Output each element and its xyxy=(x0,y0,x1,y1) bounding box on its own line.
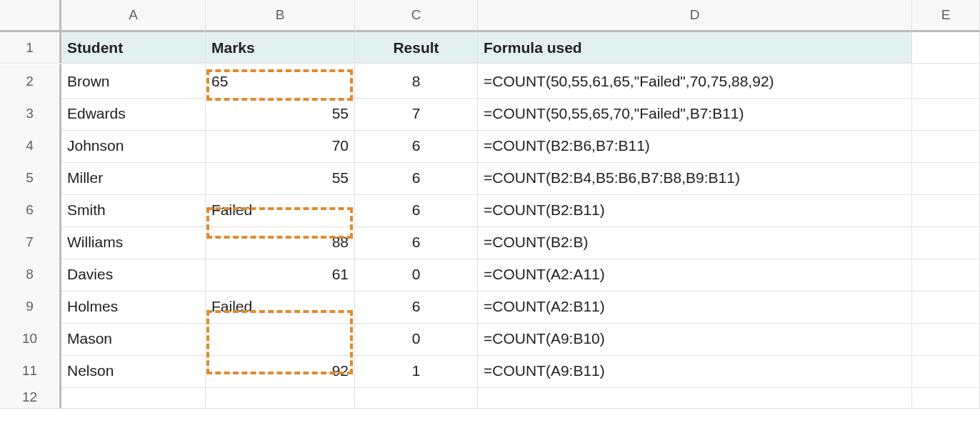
cell-E11[interactable] xyxy=(912,354,980,388)
cell-C4[interactable]: 6 xyxy=(355,129,478,163)
cell-D11[interactable]: =COUNT(A9:B11) xyxy=(478,354,912,388)
col-header-D[interactable]: D xyxy=(478,0,912,32)
cell-C7[interactable]: 6 xyxy=(355,225,478,259)
cell-A12[interactable] xyxy=(61,386,206,409)
cell-A8[interactable]: Davies xyxy=(61,257,206,292)
cell-B2[interactable]: 65 xyxy=(206,64,355,99)
row-header-8[interactable]: 8 xyxy=(0,257,61,292)
cell-C11[interactable]: 1 xyxy=(355,354,478,388)
cell-C5[interactable]: 6 xyxy=(355,161,478,195)
cell-E12[interactable] xyxy=(912,386,980,409)
cell-A7[interactable]: Williams xyxy=(61,225,206,259)
row-header-11[interactable]: 11 xyxy=(0,354,61,388)
cell-E5[interactable] xyxy=(912,161,980,195)
cell-E7[interactable] xyxy=(912,225,980,259)
row-header-2[interactable]: 2 xyxy=(0,64,61,99)
cell-C6[interactable]: 6 xyxy=(355,193,478,227)
cell-A2[interactable]: Brown xyxy=(61,64,206,99)
cell-B1[interactable]: Marks xyxy=(206,32,355,64)
cell-D2[interactable]: =COUNT(50,55,61,65,"Failed",70,75,88,92) xyxy=(478,64,912,99)
cell-B10[interactable] xyxy=(206,322,355,356)
cell-B6[interactable]: Failed xyxy=(206,193,355,227)
cell-B3[interactable]: 55 xyxy=(206,96,355,131)
cell-E9[interactable] xyxy=(912,289,980,324)
cell-D8[interactable]: =COUNT(A2:A11) xyxy=(478,257,912,292)
cell-B4[interactable]: 70 xyxy=(206,129,355,163)
cell-B7[interactable]: 88 xyxy=(206,225,355,259)
row-header-12[interactable]: 12 xyxy=(0,386,61,409)
cell-D3[interactable]: =COUNT(50,55,65,70,"Failed",B7:B11) xyxy=(478,96,912,131)
cell-E4[interactable] xyxy=(912,129,980,163)
cell-D4[interactable]: =COUNT(B2:B6,B7:B11) xyxy=(478,129,912,163)
cell-D7[interactable]: =COUNT(B2:B) xyxy=(478,225,912,259)
cell-B12[interactable] xyxy=(206,386,355,409)
cell-A11[interactable]: Nelson xyxy=(61,354,206,388)
cell-C1[interactable]: Result xyxy=(355,32,478,64)
cell-C8[interactable]: 0 xyxy=(355,257,478,292)
row-header-7[interactable]: 7 xyxy=(0,225,61,259)
cell-D9[interactable]: =COUNT(A2:B11) xyxy=(478,289,912,324)
row-header-3[interactable]: 3 xyxy=(0,96,61,131)
cell-B5[interactable]: 55 xyxy=(206,161,355,195)
cell-D6[interactable]: =COUNT(B2:B11) xyxy=(478,193,912,227)
cell-D1[interactable]: Formula used xyxy=(478,32,912,64)
col-header-A[interactable]: A xyxy=(61,0,206,32)
cell-C12[interactable] xyxy=(355,386,478,409)
cell-B11[interactable]: 92 xyxy=(206,354,355,388)
row-header-4[interactable]: 4 xyxy=(0,129,61,163)
cell-B8[interactable]: 61 xyxy=(206,257,355,292)
cell-C2[interactable]: 8 xyxy=(355,64,478,99)
row-header-9[interactable]: 9 xyxy=(0,289,61,324)
cell-A5[interactable]: Miller xyxy=(61,161,206,195)
cell-C9[interactable]: 6 xyxy=(355,289,478,324)
cell-B9[interactable]: Failed xyxy=(206,289,355,324)
col-header-C[interactable]: C xyxy=(355,0,478,32)
cell-E1[interactable] xyxy=(912,32,980,64)
row-header-6[interactable]: 6 xyxy=(0,193,61,227)
row-header-10[interactable]: 10 xyxy=(0,322,61,356)
cell-D5[interactable]: =COUNT(B2:B4,B5:B6,B7:B8,B9:B11) xyxy=(478,161,912,195)
cell-A1[interactable]: Student xyxy=(61,32,206,64)
cell-C3[interactable]: 7 xyxy=(355,96,478,131)
cell-A6[interactable]: Smith xyxy=(61,193,206,227)
cell-A9[interactable]: Holmes xyxy=(61,289,206,324)
cell-A3[interactable]: Edwards xyxy=(61,96,206,131)
cell-C10[interactable]: 0 xyxy=(355,322,478,356)
col-header-E[interactable]: E xyxy=(912,0,980,32)
cell-E8[interactable] xyxy=(912,257,980,292)
row-header-1[interactable]: 1 xyxy=(0,32,61,64)
cell-A4[interactable]: Johnson xyxy=(61,129,206,163)
cell-A10[interactable]: Mason xyxy=(61,322,206,356)
cell-D10[interactable]: =COUNT(A9:B10) xyxy=(478,322,912,356)
row-header-5[interactable]: 5 xyxy=(0,161,61,195)
cell-E10[interactable] xyxy=(912,322,980,356)
cell-E6[interactable] xyxy=(912,193,980,227)
col-header-B[interactable]: B xyxy=(206,0,355,32)
cell-D12[interactable] xyxy=(478,386,912,409)
spreadsheet-grid[interactable]: ABCDE1StudentMarksResultFormula used2Bro… xyxy=(0,0,980,418)
cell-E3[interactable] xyxy=(912,96,980,131)
corner-cell[interactable] xyxy=(0,0,61,32)
cell-E2[interactable] xyxy=(912,64,980,99)
